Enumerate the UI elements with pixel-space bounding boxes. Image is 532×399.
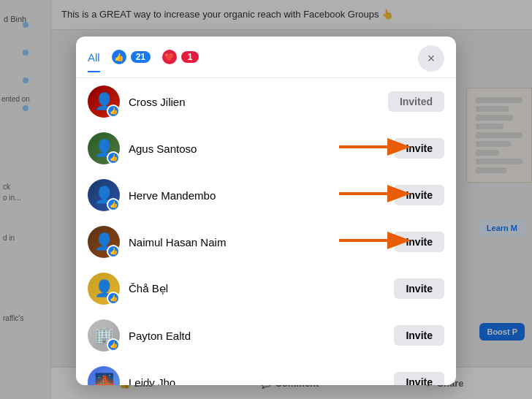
person-row-2: 👤 👍 Herve Mandembo Invite <box>76 172 456 218</box>
person-row-0: 👤 👍 Cross Jilien Invited <box>76 78 456 125</box>
invite-button-4[interactable]: Invite <box>394 278 444 299</box>
person-name-3: Naimul Hasan Naim <box>129 236 385 248</box>
person-name-5: Payton Ealtd <box>129 330 385 342</box>
invite-button-0[interactable]: Invited <box>388 91 444 112</box>
person-name-1: Agus Santoso <box>129 142 385 155</box>
avatar-wrap-6: 🌉 👍 <box>88 366 120 385</box>
person-row-5: 🏢 👍 Payton Ealtd Invite <box>76 312 456 359</box>
modal-body: 👤 👍 Cross Jilien Invited 👤 👍 Agus Santos… <box>76 78 456 385</box>
person-name-0: Cross Jilien <box>129 96 379 108</box>
close-button[interactable]: × <box>418 45 444 72</box>
person-name-2: Herve Mandembo <box>129 189 385 202</box>
avatar-badge-3: 👍 <box>107 245 120 258</box>
person-row-6: 🌉 👍 Leidy Jho Invite <box>76 359 456 385</box>
invite-button-5[interactable]: Invite <box>394 325 444 346</box>
invite-button-2[interactable]: Invite <box>394 185 444 205</box>
reactions-modal: All 👍 21 ❤️ 1 × 👤 👍 Cross Jilien Invited <box>76 37 456 385</box>
avatar-badge-2: 👍 <box>107 198 120 211</box>
heart-icon: ❤️ <box>162 50 177 64</box>
person-name-6: Leidy Jho <box>129 376 385 386</box>
avatar-wrap-4: 👤 👍 <box>88 273 120 305</box>
tabs-container: All 👍 21 ❤️ 1 <box>88 50 199 73</box>
tab-all[interactable]: All <box>88 51 100 72</box>
tab-hearts[interactable]: ❤️ 1 <box>162 50 199 73</box>
invite-button-6[interactable]: Invite <box>394 372 444 385</box>
invite-button-1[interactable]: Invite <box>394 138 444 159</box>
avatar-wrap-0: 👤 👍 <box>88 86 120 118</box>
person-row-4: 👤 👍 Čhå Bẹl Invite <box>76 265 456 312</box>
avatar-wrap-3: 👤 👍 <box>88 226 120 258</box>
tab-likes[interactable]: 👍 21 <box>112 50 151 73</box>
tab-all-label: All <box>88 51 100 64</box>
avatar-badge-4: 👍 <box>107 292 120 305</box>
avatar-badge-0: 👍 <box>107 104 120 118</box>
invite-button-3[interactable]: Invite <box>394 232 444 252</box>
person-name-4: Čhå Bẹl <box>129 282 385 295</box>
thumbs-up-icon: 👍 <box>112 50 126 64</box>
avatar-badge-1: 👍 <box>107 151 120 164</box>
person-row-3: 👤 👍 Naimul Hasan Naim Invite <box>76 218 456 265</box>
avatar-wrap-5: 🏢 👍 <box>88 319 120 352</box>
hearts-badge: 1 <box>181 51 199 63</box>
avatar-badge-5: 👍 <box>107 338 120 352</box>
person-row-1: 👤 👍 Agus Santoso Invite <box>76 125 456 172</box>
modal-header: All 👍 21 ❤️ 1 × <box>76 37 456 78</box>
likes-badge: 21 <box>131 51 151 63</box>
avatar-wrap-2: 👤 👍 <box>88 179 120 211</box>
avatar-wrap-1: 👤 👍 <box>88 132 120 164</box>
avatar-6: 🌉 <box>88 366 120 385</box>
